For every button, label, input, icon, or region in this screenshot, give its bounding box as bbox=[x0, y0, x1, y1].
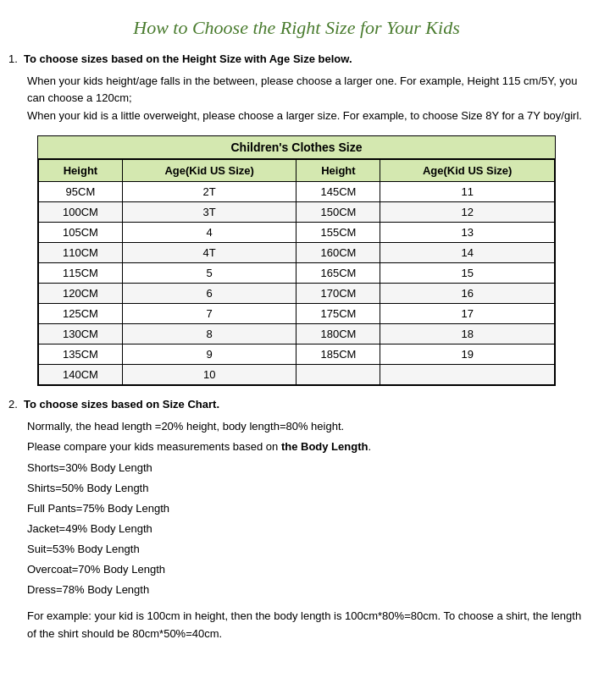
table-cell: 11 bbox=[380, 181, 555, 201]
table-cell: 135CM bbox=[39, 344, 123, 364]
table-cell: 120CM bbox=[39, 283, 123, 303]
main-title: How to Choose the Right Size for Your Ki… bbox=[8, 8, 585, 51]
section1-para1: When your kids height/age falls in the b… bbox=[27, 73, 585, 108]
col-header-age2: Age(Kid US Size) bbox=[380, 159, 555, 181]
table-cell: 6 bbox=[122, 283, 296, 303]
section1-header-bold: To choose sizes based on the Height Size… bbox=[24, 52, 352, 65]
section2-number: 2. bbox=[8, 398, 18, 411]
table-row: 110CM4T160CM14 bbox=[39, 242, 555, 262]
section2-header: 2. To choose sizes based on Size Chart. bbox=[8, 396, 585, 413]
table-title: Children's Clothes Size bbox=[38, 136, 555, 159]
section2-example: For example: your kid is 100cm in height… bbox=[27, 608, 585, 643]
section-1: 1. To choose sizes based on the Height S… bbox=[8, 51, 585, 125]
table-cell bbox=[380, 364, 555, 384]
table-cell: 180CM bbox=[296, 323, 380, 344]
body-length-item: Full Pants=75% Body Length bbox=[27, 499, 585, 518]
table-cell: 105CM bbox=[39, 222, 123, 242]
table-cell: 19 bbox=[380, 344, 555, 364]
table-cell: 4T bbox=[122, 242, 296, 262]
table-row: 135CM9185CM19 bbox=[39, 344, 555, 364]
table-cell: 100CM bbox=[39, 201, 123, 222]
body-length-item: Jacket=49% Body Length bbox=[27, 520, 585, 538]
col-header-age1: Age(Kid US Size) bbox=[122, 159, 296, 181]
section2-para2: Please compare your kids measurements ba… bbox=[27, 438, 585, 456]
table-row: 105CM4155CM13 bbox=[39, 222, 555, 242]
section2-para2-bold: the Body Length bbox=[281, 440, 369, 453]
table-row: 100CM3T150CM12 bbox=[39, 201, 555, 222]
table-cell: 165CM bbox=[296, 262, 380, 283]
table-cell: 125CM bbox=[39, 303, 123, 323]
table-body: 95CM2T145CM11100CM3T150CM12105CM4155CM13… bbox=[39, 181, 555, 384]
table-cell: 150CM bbox=[296, 201, 380, 222]
table-cell: 95CM bbox=[39, 181, 123, 201]
col-header-height1: Height bbox=[39, 159, 123, 181]
section1-para2: When your kid is a little overweight, pl… bbox=[27, 107, 585, 125]
table-cell: 5 bbox=[122, 262, 296, 283]
section1-number: 1. bbox=[8, 52, 18, 65]
table-cell: 18 bbox=[380, 323, 555, 344]
body-length-item: Dress=78% Body Length bbox=[27, 581, 585, 599]
table-cell: 2T bbox=[122, 181, 296, 201]
table-header-row: Height Age(Kid US Size) Height Age(Kid U… bbox=[39, 159, 555, 181]
table-cell bbox=[296, 364, 380, 384]
table-row: 120CM6170CM16 bbox=[39, 283, 555, 303]
section2-body: Normally, the head length =20% height, b… bbox=[27, 417, 585, 599]
table-cell: 130CM bbox=[39, 323, 123, 344]
table-cell: 17 bbox=[380, 303, 555, 323]
table-row: 130CM8180CM18 bbox=[39, 323, 555, 344]
table-row: 115CM5165CM15 bbox=[39, 262, 555, 283]
table-cell: 110CM bbox=[39, 242, 123, 262]
table-row: 140CM10 bbox=[39, 364, 555, 384]
table-cell: 145CM bbox=[296, 181, 380, 201]
table-cell: 9 bbox=[122, 344, 296, 364]
body-length-items: Shorts=30% Body LengthShirts=50% Body Le… bbox=[27, 459, 585, 600]
section1-header: 1. To choose sizes based on the Height S… bbox=[8, 51, 585, 68]
section2-para1: Normally, the head length =20% height, b… bbox=[27, 417, 585, 436]
page-container: How to Choose the Right Size for Your Ki… bbox=[8, 8, 585, 643]
table-cell: 12 bbox=[380, 201, 555, 222]
body-length-item: Shorts=30% Body Length bbox=[27, 459, 585, 477]
table-cell: 155CM bbox=[296, 222, 380, 242]
section2-para2-prefix: Please compare your kids measurements ba… bbox=[27, 440, 281, 453]
table-cell: 160CM bbox=[296, 242, 380, 262]
body-length-item: Shirts=50% Body Length bbox=[27, 479, 585, 498]
table-cell: 115CM bbox=[39, 262, 123, 283]
body-length-item: Overcoat=70% Body Length bbox=[27, 560, 585, 579]
table-cell: 16 bbox=[380, 283, 555, 303]
body-length-item: Suit=53% Body Length bbox=[27, 540, 585, 559]
table-row: 125CM7175CM17 bbox=[39, 303, 555, 323]
size-table-wrapper: Children's Clothes Size Height Age(Kid U… bbox=[37, 135, 556, 386]
section-2: 2. To choose sizes based on Size Chart. … bbox=[8, 396, 585, 643]
table-cell: 140CM bbox=[39, 364, 123, 384]
table-cell: 15 bbox=[380, 262, 555, 283]
table-cell: 14 bbox=[380, 242, 555, 262]
table-cell: 8 bbox=[122, 323, 296, 344]
table-cell: 175CM bbox=[296, 303, 380, 323]
table-cell: 3T bbox=[122, 201, 296, 222]
table-cell: 13 bbox=[380, 222, 555, 242]
size-table: Height Age(Kid US Size) Height Age(Kid U… bbox=[38, 159, 555, 385]
table-cell: 170CM bbox=[296, 283, 380, 303]
table-cell: 7 bbox=[122, 303, 296, 323]
section2-para2-suffix: . bbox=[368, 440, 371, 453]
table-cell: 4 bbox=[122, 222, 296, 242]
section2-header-bold: To choose sizes based on Size Chart. bbox=[24, 398, 219, 411]
table-row: 95CM2T145CM11 bbox=[39, 181, 555, 201]
table-cell: 10 bbox=[122, 364, 296, 384]
col-header-height2: Height bbox=[296, 159, 380, 181]
table-cell: 185CM bbox=[296, 344, 380, 364]
